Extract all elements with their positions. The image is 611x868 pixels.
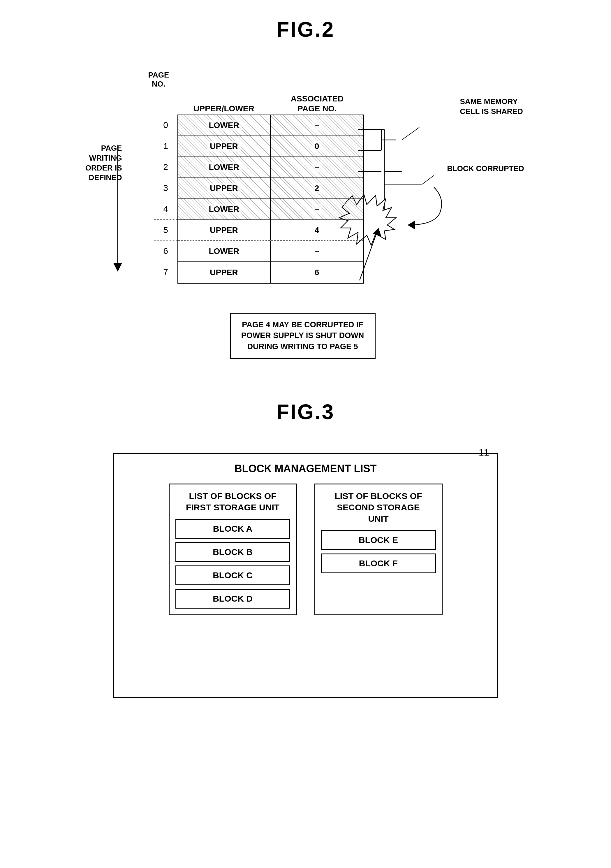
cell-ul-1: UPPER xyxy=(178,136,271,157)
first-storage-list: LIST OF BLOCKS OFFIRST STORAGE UNIT BLOC… xyxy=(169,484,297,615)
fig2-title: FIG.2 xyxy=(276,17,334,41)
same-memory-cell-label: SAME MEMORY CELL IS SHARED xyxy=(460,97,530,116)
table-row-4: LOWER – xyxy=(178,199,364,220)
block-d: BLOCK D xyxy=(175,589,290,609)
table-row-5: UPPER 4 xyxy=(178,220,364,241)
page-num-1: 1 xyxy=(154,136,178,157)
cell-assoc-6: – xyxy=(271,241,364,262)
fig3-content: 11 BLOCK MANAGEMENT LIST LIST OF BLOCKS … xyxy=(102,441,510,710)
page-num-5: 5 xyxy=(154,220,178,240)
cell-ul-4-text: LOWER xyxy=(206,204,242,214)
block-a: BLOCK A xyxy=(175,519,290,539)
table-row-3: UPPER 2 xyxy=(178,178,364,199)
fig2-content: PAGE WRITING ORDER IS DEFINED UPPER/LOWE… xyxy=(73,59,539,365)
cell-assoc-3-text: 2 xyxy=(312,183,322,194)
block-b: BLOCK B xyxy=(175,542,290,562)
block-lists-container: LIST OF BLOCKS OFFIRST STORAGE UNIT BLOC… xyxy=(123,484,488,615)
page-num-2: 2 xyxy=(154,157,178,178)
cell-ul-7: UPPER xyxy=(178,262,271,283)
block-corrupted-label: BLOCK CORRUPTED xyxy=(447,164,524,174)
cell-assoc-7-text: 6 xyxy=(315,268,319,277)
cell-ul-0: LOWER xyxy=(178,115,271,136)
cell-assoc-1-text: 0 xyxy=(312,141,322,152)
page-num-4: 4 xyxy=(154,198,178,220)
cell-ul-2-text: LOWER xyxy=(206,162,242,172)
table-row-0: LOWER – xyxy=(178,115,364,136)
cell-ul-1-text: UPPER xyxy=(207,141,241,152)
cell-ul-6-text: LOWER xyxy=(209,246,239,256)
header-page-no: PAGENO. xyxy=(148,71,169,88)
cell-assoc-5: 4 xyxy=(271,220,364,240)
table-row-6: LOWER – xyxy=(178,241,364,262)
page-container: FIG.2 xyxy=(0,0,611,868)
cell-assoc-0-text: – xyxy=(312,120,322,130)
first-storage-title: LIST OF BLOCKS OFFIRST STORAGE UNIT xyxy=(175,490,290,513)
cell-ul-5: UPPER xyxy=(178,220,271,240)
col-headers: UPPER/LOWER ASSOCIATEDPAGE NO. PAGENO. 0… xyxy=(154,94,364,284)
block-e: BLOCK E xyxy=(321,530,436,550)
second-storage-title: LIST OF BLOCKS OFSECOND STORAGEUNIT xyxy=(321,490,436,524)
table-row-2: LOWER – xyxy=(178,157,364,178)
table-area: 0 1 2 3 4 5 6 7 LOWER xyxy=(154,115,364,284)
cell-assoc-4-text: – xyxy=(312,204,322,214)
cell-ul-2: LOWER xyxy=(178,157,271,178)
svg-line-13 xyxy=(402,127,419,140)
block-c: BLOCK C xyxy=(175,566,290,585)
cell-ul-3: UPPER xyxy=(178,178,271,198)
svg-line-15 xyxy=(422,175,434,184)
cell-assoc-6-text: – xyxy=(315,246,319,256)
main-table-grid: LOWER – UPPER 0 xyxy=(178,115,364,284)
header-assoc: ASSOCIATEDPAGE NO. xyxy=(271,94,364,113)
cell-ul-3-text: UPPER xyxy=(207,183,241,194)
page-num-0: 0 xyxy=(154,115,178,136)
page-numbers-col: 0 1 2 3 4 5 6 7 xyxy=(154,115,178,284)
page-num-7: 7 xyxy=(154,262,178,282)
svg-marker-1 xyxy=(113,263,122,272)
table-row-1: UPPER 0 xyxy=(178,136,364,157)
svg-marker-17 xyxy=(373,228,381,237)
cell-assoc-2: – xyxy=(271,157,364,178)
cell-ul-0-text: LOWER xyxy=(206,120,242,130)
page-writing-order-label: PAGE WRITING ORDER IS DEFINED xyxy=(73,143,122,183)
cell-ul-5-text: UPPER xyxy=(210,226,238,235)
cell-assoc-5-text: 4 xyxy=(315,226,319,235)
header-upper-lower: UPPER/LOWER xyxy=(178,104,271,113)
cell-ul-4: LOWER xyxy=(178,199,271,220)
table-row-7: UPPER 6 xyxy=(178,262,364,283)
cell-ul-6: LOWER xyxy=(178,241,271,262)
block-mgmt-title: BLOCK MANAGEMENT LIST xyxy=(123,463,488,475)
cell-ul-7-text: UPPER xyxy=(210,268,238,277)
cell-assoc-3: 2 xyxy=(271,178,364,198)
cell-assoc-1: 0 xyxy=(271,136,364,157)
cell-assoc-4: – xyxy=(271,199,364,220)
block-management-outer: BLOCK MANAGEMENT LIST LIST OF BLOCKS OFF… xyxy=(113,453,498,698)
second-storage-list: LIST OF BLOCKS OFSECOND STORAGEUNIT BLOC… xyxy=(314,484,442,615)
page-num-3: 3 xyxy=(154,178,178,198)
svg-marker-18 xyxy=(408,221,415,229)
cell-assoc-0: – xyxy=(271,115,364,136)
cell-assoc-2-text: – xyxy=(312,162,322,172)
block-f: BLOCK F xyxy=(321,553,436,574)
page-num-6: 6 xyxy=(154,240,178,262)
fig3-title: FIG.3 xyxy=(276,400,334,424)
warning-box: PAGE 4 MAY BE CORRUPTED IF POWER SUPPLY … xyxy=(230,313,376,359)
cell-assoc-7: 6 xyxy=(271,262,364,283)
